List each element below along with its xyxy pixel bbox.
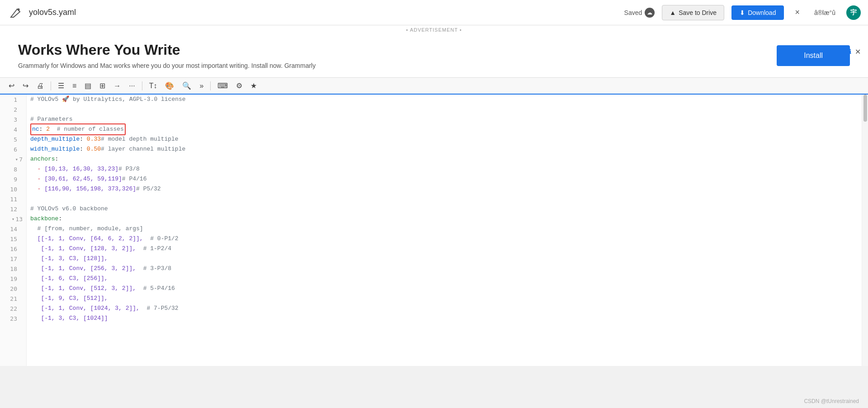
line-number-row: 11 [0,194,26,204]
extra-button[interactable]: â®læ°û [811,7,839,18]
code-line: - [30,61, 62,45, 59,119] # P4/16 [30,174,862,184]
toolbar-separator-1 [51,81,51,90]
more-button[interactable]: ··· [126,80,138,92]
line-number-row: 6 [0,144,26,154]
line-number-row: 12 [0,204,26,214]
line-number: 15 [0,236,23,242]
code-line: - [10,13, 16,30, 33,23] # P3/8 [30,164,862,174]
code-line: backbone: [30,214,862,224]
line-number: 14 [0,226,23,232]
save-to-drive-button[interactable]: ▲ Save to Drive [662,5,724,20]
code-line: - [116,90, 156,198, 373,326] # P5/32 [30,184,862,194]
line-number: 7 [19,156,23,163]
list3-button[interactable]: ▤ [81,80,94,92]
line-number: 18 [0,266,23,272]
keyboard-button[interactable]: ⌨ [214,80,231,92]
redo-button[interactable]: ↪ [19,80,32,92]
line-number-row: 20 [0,284,26,294]
line-number-row: 10 [0,184,26,194]
code-line: [[-1, 1, Conv, [64, 6, 2, 2]], # 0-P1/2 [30,234,862,244]
format-button[interactable]: T↕ [146,80,160,92]
line-number: 13 [15,216,23,223]
line-number-row: 14 [0,224,26,234]
download-icon: ⬇ [740,9,745,16]
collapse-icon[interactable]: ▾ [12,216,15,222]
line-number: 4 [0,126,23,133]
line-number-row: 19 [0,274,26,284]
app-logo [7,5,24,21]
header-actions: Saved ☁ ▲ Save to Drive ⬇ Download × â®l… [624,5,861,20]
code-area[interactable]: # YOLOv5 🚀 by Ultralytics, AGPL-3.0 lice… [27,95,862,366]
ad-info-icon[interactable]: ℹ [849,48,851,55]
color-button[interactable]: 🎨 [162,80,177,92]
code-line: [-1, 1, Conv, [1024, 3, 2]], # 7-P5/32 [30,304,862,313]
code-line: # [from, number, module, args] [30,224,862,234]
scrollbar[interactable] [862,95,868,366]
toolbar-separator-3 [210,81,211,90]
expand-button[interactable]: » [196,80,207,92]
drive-icon: ▲ [670,9,676,16]
save-status: Saved ☁ [624,8,655,18]
svg-rect-0 [8,5,23,20]
scrollbar-thumb[interactable] [863,95,867,122]
line-number-row: 15 [0,234,26,244]
line-number: 21 [0,295,23,302]
line-number: 19 [0,275,23,282]
line-number: 23 [0,315,23,322]
line-number: 3 [0,116,23,123]
ad-heading: Works Where You Write [18,42,316,58]
print-button[interactable]: 🖨 [33,80,47,92]
line-number: 22 [0,305,23,312]
list2-button[interactable]: ≡ [69,80,80,92]
line-number-row: 8 [0,164,26,174]
line-number: 6 [0,146,23,153]
ad-close-button[interactable]: ✕ [855,47,861,56]
line-number-row: 22 [0,304,26,313]
code-line: nc: 2 # number of classes [30,124,862,134]
close-button[interactable]: × [791,6,803,19]
saved-label: Saved [624,9,642,16]
code-line: # YOLOv5 🚀 by Ultralytics, AGPL-3.0 lice… [30,95,862,104]
line-number-row: 2 [0,104,26,114]
line-number-row: 1 [0,95,26,104]
line-number: 5 [0,136,23,143]
line-number: 8 [0,166,23,173]
code-line: [-1, 3, C3, [1024]] [30,313,862,323]
line-number-row: 18 [0,264,26,274]
line-number-row: 21 [0,294,26,304]
code-line: # Parameters [30,114,862,124]
code-line: [-1, 1, Conv, [512, 3, 2]], # 5-P4/16 [30,284,862,294]
code-line: [-1, 1, Conv, [128, 3, 2]], # 1-P2/4 [30,244,862,254]
avatar[interactable]: 宇 [846,5,861,20]
arrow-button[interactable]: → [110,80,124,92]
code-line: [-1, 9, C3, [512]], [30,294,862,304]
download-button[interactable]: ⬇ Download [731,5,784,20]
favorite-button[interactable]: ★ [247,80,260,92]
collapse-icon[interactable]: ▾ [15,157,19,162]
settings-button[interactable]: ⚙ [233,80,245,92]
undo-button[interactable]: ↩ [5,80,18,92]
header: yolov5s.yaml Saved ☁ ▲ Save to Drive ⬇ D… [0,0,868,25]
ad-content: Works Where You Write Grammarly for Wind… [0,33,868,77]
search-button[interactable]: 🔍 [179,80,194,92]
line-number: 16 [0,246,23,252]
line-number-row: 16 [0,244,26,254]
ad-install-button[interactable]: Install [777,45,850,66]
code-line: anchors: [30,154,862,164]
code-line: depth_multiple: 0.33 # model depth multi… [30,134,862,144]
line-number: 10 [0,186,23,193]
editor-container: 123456▾789101112▾1314151617181920212223 … [0,95,868,366]
line-number: 12 [0,206,23,213]
code-line: [-1, 6, C3, [256]], [30,274,862,284]
line-number: 11 [0,196,23,203]
file-title: yolov5s.yaml [29,8,619,17]
grid-button[interactable]: ⊞ [96,80,108,92]
ad-label: • ADVERTISEMENT • [0,25,868,33]
line-number: 17 [0,256,23,262]
editor-toolbar: ↩ ↪ 🖨 ☰ ≡ ▤ ⊞ → ··· T↕ 🎨 🔍 » ⌨ ⚙ ★ [0,78,868,95]
code-line [30,104,862,114]
code-line: [-1, 1, Conv, [256, 3, 2]], # 3-P3/8 [30,264,862,274]
cloud-icon: ☁ [645,8,655,18]
code-line: width_multiple: 0.50 # layer channel mul… [30,144,862,154]
list-button[interactable]: ☰ [55,80,67,92]
